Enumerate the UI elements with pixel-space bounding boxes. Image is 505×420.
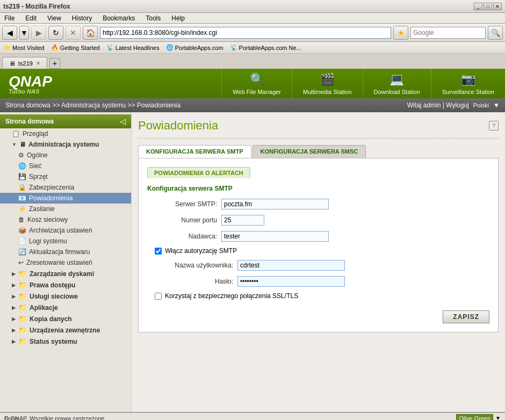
- menu-view[interactable]: View: [45, 13, 63, 23]
- sidebar-item-uslugi[interactable]: ▶ 📁 Usługi sieciowe: [0, 291, 131, 302]
- sidebar-item-siec[interactable]: 🌐 Sieć: [0, 161, 131, 171]
- tab-smtp-label: KONFIGURACJA SERWERA SMTP: [146, 148, 243, 155]
- nav-multimedia-station[interactable]: 🎬 Multimedia Station: [292, 69, 363, 98]
- fire-icon: 🔥: [51, 44, 59, 51]
- auth-checkbox[interactable]: [155, 248, 162, 255]
- folder-icon2: 📁: [18, 281, 27, 289]
- sidebar-item-urzadzenia[interactable]: ▶ 📁 Urządzenia zewnętrzne: [0, 324, 131, 336]
- menu-edit[interactable]: Edit: [23, 13, 39, 23]
- nav-surveillance-station[interactable]: 📷 Surveillance Station: [431, 69, 505, 98]
- home-button[interactable]: 🏠: [83, 26, 98, 40]
- bookmark-most-visited[interactable]: ⭐ Most Visited: [3, 44, 45, 51]
- sidebar-label: Status systemu: [30, 338, 77, 345]
- form-row-sender: Nadawca:: [147, 231, 489, 242]
- globe-icon: 🌐: [166, 44, 174, 51]
- sidebar-collapse-button[interactable]: ◁: [120, 117, 126, 126]
- search-button[interactable]: 🔍: [488, 26, 503, 40]
- menu-tools[interactable]: Tools: [143, 13, 163, 23]
- sidebar-item-administracja[interactable]: ▼ 🖥 Administracja systemu: [0, 139, 131, 150]
- zabezpieczenia-icon: 🔒: [18, 184, 26, 191]
- sidebar-label: Aplikacje: [30, 304, 58, 312]
- sidebar-item-zabezpieczenia[interactable]: 🔒 Zabezpieczenia: [0, 182, 131, 193]
- title-divider: [138, 138, 499, 139]
- sidebar-item-aplikacje[interactable]: ▶ 📁 Aplikacje: [0, 302, 131, 313]
- sidebar-label: Ogólne: [27, 151, 48, 159]
- qnap-logo: QNAP Turbo NAS: [0, 73, 61, 95]
- theme-arrow-icon[interactable]: ▼: [495, 415, 501, 420]
- sidebar-item-zasilanie[interactable]: ⚡ Zasilanie: [0, 204, 131, 214]
- breadcrumb-bar: Strona domowa >> Administracja systemu >…: [0, 98, 505, 112]
- sub-tab-alerty[interactable]: POWIADOMIENIA O ALERTACH: [147, 167, 250, 178]
- bookmark-label: Latest Headlines: [116, 45, 160, 51]
- tree-arrow-icon: ▼: [12, 142, 17, 147]
- sidebar-label: Powiadomienia: [29, 194, 73, 202]
- sidebar-item-ogolne[interactable]: ⚙ Ogólne: [0, 150, 131, 161]
- new-tab-button[interactable]: +: [49, 58, 60, 69]
- sidebar-item-logi[interactable]: 📄 Logi systemu: [0, 236, 131, 247]
- menu-help[interactable]: Help: [169, 13, 187, 23]
- main-layout: Strona domowa ◁ 📋 Przegląd ▼ 🖥 Administr…: [0, 112, 505, 412]
- reload-button[interactable]: ↻: [48, 26, 63, 40]
- menu-file[interactable]: File: [2, 13, 17, 23]
- sender-label: Nadawca:: [147, 233, 217, 240]
- url-bar[interactable]: [100, 27, 391, 39]
- close-button[interactable]: ✕: [493, 3, 502, 10]
- maximize-button[interactable]: □: [484, 3, 492, 10]
- sidebar-label: Administracja systemu: [28, 141, 99, 148]
- bookmark-getting-started[interactable]: 🔥 Getting Started: [51, 44, 100, 51]
- sidebar-item-zarzadzanie[interactable]: ▶ 📁 Zarządzanie dyskami: [0, 268, 131, 279]
- nav-label-download: Download Station: [374, 89, 420, 95]
- sidebar-item-zresetowanie[interactable]: ↩ Zresetowanie ustawień: [0, 257, 131, 268]
- bookmark-portableapps[interactable]: 🌐 PortableApps.com: [166, 44, 223, 51]
- back-button[interactable]: ◀: [2, 26, 17, 40]
- bookmark-portableapps-ne[interactable]: 📡 PortableApps.com Ne...: [230, 44, 301, 51]
- multimedia-icon: 🎬: [320, 73, 335, 86]
- stop-button[interactable]: ✕: [66, 26, 81, 40]
- sidebar-item-kopia[interactable]: ▶ 📁 Kopia danych: [0, 313, 131, 324]
- minimize-button[interactable]: _: [474, 3, 482, 10]
- aktualizacja-icon: 🔄: [18, 248, 26, 256]
- sidebar-item-sprzet[interactable]: 💾 Sprzęt: [0, 171, 131, 182]
- theme-dropdown[interactable]: Olive Green: [456, 414, 493, 421]
- sidebar: Strona domowa ◁ 📋 Przegląd ▼ 🖥 Administr…: [0, 112, 132, 412]
- password-input[interactable]: [237, 276, 345, 287]
- username-input[interactable]: [237, 260, 345, 271]
- sidebar-item-kosz[interactable]: 🗑 Kosz sieciowy: [0, 214, 131, 225]
- forward-button[interactable]: ▶: [31, 26, 46, 40]
- tree-arrow6-icon: ▶: [12, 316, 16, 322]
- language-arrow-icon[interactable]: ▼: [493, 102, 500, 109]
- sidebar-item-prawa[interactable]: ▶ 📁 Prawa dostępu: [0, 279, 131, 291]
- menu-history[interactable]: History: [70, 13, 94, 23]
- sidebar-item-aktualizacja[interactable]: 🔄 Aktualizacja firmwaru: [0, 247, 131, 257]
- menu-bookmarks[interactable]: Bookmarks: [100, 13, 137, 23]
- bookmarks-bar: ⭐ Most Visited 🔥 Getting Started 📡 Lates…: [0, 42, 505, 54]
- ssl-checkbox[interactable]: [155, 293, 162, 300]
- theme-label: Olive Green: [459, 415, 490, 421]
- port-input[interactable]: [221, 215, 264, 226]
- tree-arrow3-icon: ▶: [12, 283, 16, 288]
- tab-smtp[interactable]: KONFIGURACJA SERWERA SMTP: [138, 145, 251, 158]
- bookmark-latest-headlines[interactable]: 📡 Latest Headlines: [106, 44, 160, 51]
- sidebar-item-przeglad[interactable]: 📋 Przegląd: [0, 128, 131, 139]
- sidebar-label: Kosz sieciowy: [27, 216, 68, 223]
- nav-web-file-manager[interactable]: 🔍 Web File Manager: [221, 69, 292, 98]
- nav-download-station[interactable]: 💻 Download Station: [363, 69, 431, 98]
- sidebar-label: Zasilanie: [29, 205, 55, 213]
- browser-tab-ts219[interactable]: 🖥 ts219 ✕: [2, 57, 47, 69]
- language-selector[interactable]: Polski: [473, 102, 489, 108]
- smtp-server-input[interactable]: [221, 199, 329, 209]
- rss2-icon: 📡: [230, 44, 237, 51]
- tab-favicon: 🖥: [9, 60, 15, 67]
- help-button[interactable]: ?: [489, 121, 499, 131]
- bookmark-star-button[interactable]: ★: [393, 26, 408, 40]
- tab-smsc[interactable]: KONFIGURACJA SERWERA SMSC: [252, 145, 366, 158]
- tab-close-button[interactable]: ✕: [36, 60, 40, 66]
- search-input[interactable]: [410, 27, 486, 39]
- sidebar-item-status[interactable]: ▶ 📁 Status systemu: [0, 336, 131, 347]
- browser-title: ts219 - Mozilla Firefox: [3, 3, 70, 10]
- sidebar-item-archiwizacja[interactable]: 📦 Archiwizacja ustawień: [0, 225, 131, 236]
- sidebar-item-powiadomienia[interactable]: 📧 Powiadomienia: [0, 193, 131, 204]
- save-button[interactable]: ZAPISZ: [443, 310, 489, 323]
- back-dropdown[interactable]: ▼: [19, 26, 29, 40]
- sender-input[interactable]: [221, 231, 329, 242]
